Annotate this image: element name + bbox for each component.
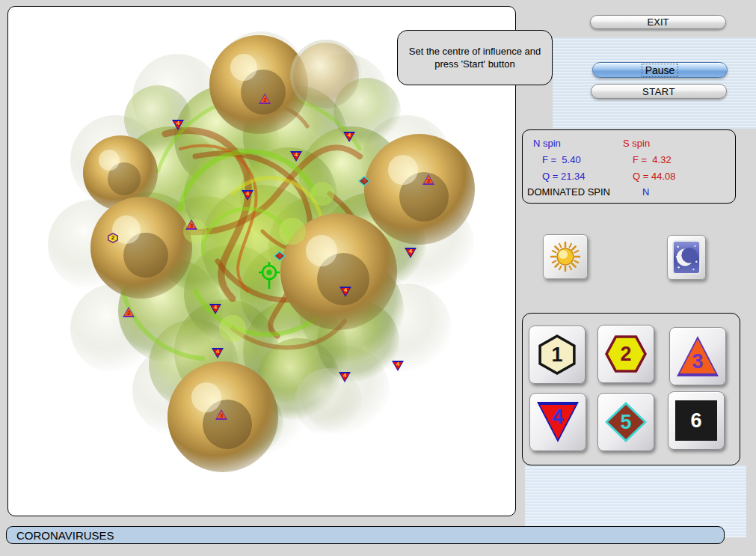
status-bar-text: CORONAVIRUSES: [16, 529, 114, 542]
influence-marker-4: 4: [339, 287, 351, 297]
shape-button-3[interactable]: 3: [669, 327, 726, 385]
spin-info-panel: N spin S spin F = 5.40 F = 4.32 Q = 21.3…: [522, 129, 736, 204]
exit-button-label: EXIT: [648, 16, 669, 28]
status-bar: CORONAVIRUSES: [6, 526, 725, 544]
influence-marker-4: 4: [343, 132, 355, 142]
n-spin-f-value: F = 5.40: [542, 154, 581, 165]
s-spin-f-value: F = 4.32: [633, 154, 672, 165]
pause-button-label: Pause: [642, 64, 679, 77]
influence-marker-4: 4: [172, 120, 184, 130]
influence-marker-3: 3: [123, 307, 135, 317]
n-spin-q-value: Q = 21.34: [542, 171, 585, 182]
influence-marker-4: 4: [212, 348, 224, 358]
shape-button-4[interactable]: 4: [529, 393, 586, 451]
influence-marker-4: 4: [339, 372, 351, 382]
hex-h-shape: 2: [605, 334, 647, 374]
influence-marker-4: 4: [209, 304, 221, 314]
tri-up-shape: 3: [677, 336, 719, 376]
shape-button-2[interactable]: 2: [597, 325, 654, 383]
shape-button-5[interactable]: 5: [597, 393, 654, 451]
shape-button-1[interactable]: 1: [529, 326, 586, 384]
day-mode-button[interactable]: [543, 234, 588, 279]
shape-button-6[interactable]: 6: [668, 391, 725, 450]
s-spin-label: S spin: [623, 138, 650, 149]
influence-marker-3: 3: [259, 94, 271, 104]
diamond-shape: 5: [605, 402, 647, 442]
influence-marker-4: 4: [405, 248, 417, 258]
night-mode-button[interactable]: [667, 235, 706, 280]
influence-marker-3: 3: [422, 174, 434, 185]
dominated-spin-label: DOMINATED SPIN: [527, 186, 610, 198]
influence-marker-4: 4: [290, 151, 302, 162]
pause-button[interactable]: Pause: [592, 62, 728, 78]
influence-marker-3: 3: [215, 409, 227, 420]
tri-down-shape: 4: [537, 402, 579, 442]
start-button[interactable]: START: [591, 84, 727, 99]
right-striped-panel: [553, 37, 756, 129]
dominated-spin-value: N: [642, 186, 649, 198]
n-spin-label: N spin: [533, 138, 561, 149]
influence-marker-3: 3: [185, 219, 197, 230]
influence-marker-4: 4: [242, 190, 253, 201]
square-shape: 6: [675, 400, 717, 441]
influence-marker-2: 2: [107, 233, 119, 243]
tooltip-line-1: Set the centre of influence and: [409, 45, 541, 58]
hex-v-shape: 1: [536, 334, 578, 375]
influence-marker-4: 4: [392, 361, 404, 371]
moon-icon: [672, 239, 701, 275]
instruction-tooltip: Set the centre of influence and press 'S…: [397, 30, 553, 85]
influence-marker-5: 5: [358, 176, 370, 186]
target-crosshair-icon: [254, 259, 284, 292]
sun-icon: [549, 240, 582, 273]
s-spin-q-value: Q = 44.08: [633, 171, 675, 182]
start-button-label: START: [642, 86, 675, 97]
influence-shape-panel: 1 2 3 4 5 6: [522, 313, 740, 465]
tooltip-line-2: press 'Start' button: [434, 58, 515, 70]
exit-button[interactable]: EXIT: [590, 15, 726, 29]
